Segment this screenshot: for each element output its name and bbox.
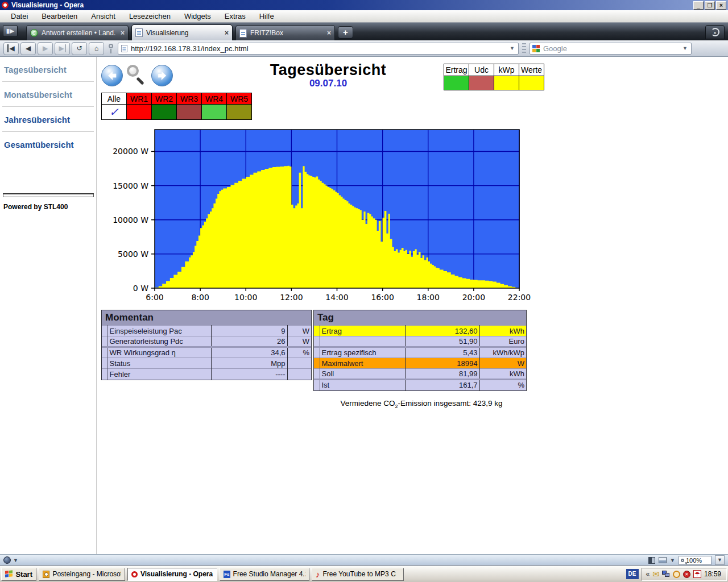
back-button[interactable]: ◀ (20, 42, 36, 55)
wr-cell-wr2[interactable] (152, 105, 177, 120)
task-visualisierung-opera[interactable]: Visualisierung - Opera (127, 568, 217, 581)
row-label: Einspeiseleistung Pac (107, 326, 211, 336)
werte-button[interactable]: Werte (519, 64, 544, 76)
row-value: 26 (211, 336, 287, 347)
menu-datei[interactable]: Datei (5, 11, 34, 22)
row-unit (287, 369, 311, 380)
address-dropdown-icon[interactable]: ▼ (508, 45, 516, 51)
table-row: WR Wirkungsgrad η 34,6 % (102, 347, 311, 358)
tab-visualisierung[interactable]: Visualisierung × (131, 24, 233, 40)
toolbar-grip[interactable] (522, 43, 526, 53)
menu-widgets[interactable]: Widgets (178, 11, 217, 22)
sidebar: Tagesübersicht Monatsübersicht Jahresübe… (0, 57, 97, 554)
menu-hilfe[interactable]: Hilfe (253, 11, 280, 22)
previous-day-button[interactable] (101, 65, 123, 86)
home-button[interactable]: ⌂ (89, 42, 104, 55)
udc-color-cell[interactable] (469, 76, 494, 90)
fit-to-width-icon[interactable] (648, 557, 655, 564)
go-to-start-button[interactable]: ◀ (3, 42, 19, 55)
row-value: 9 (211, 326, 287, 336)
row-unit: W (287, 326, 311, 336)
menu-lesezeichen[interactable]: Lesezeichen (123, 11, 177, 22)
tab-antwort-erstellen[interactable]: C Antwort erstellen • Land... × (26, 25, 129, 40)
url-text[interactable]: http://192.168.178.31/index_pc.html (131, 44, 506, 53)
menu-bearbeiten[interactable]: Bearbeiten (35, 11, 84, 22)
wr-header-wr1[interactable]: WR1 (127, 93, 152, 105)
kwp-button[interactable]: kWp (494, 64, 519, 76)
globe-icon[interactable] (3, 556, 11, 564)
tray-collapse-icon[interactable]: « (646, 570, 650, 578)
task-free-studio-manager[interactable]: Fs Free Studio Manager 4.2... (220, 568, 309, 581)
wr-header-wr2[interactable]: WR2 (152, 93, 177, 105)
outlook-icon (43, 571, 49, 578)
closed-tabs-button[interactable]: x (705, 25, 725, 39)
tab-close-icon[interactable]: × (121, 29, 125, 37)
status-bar: ▼ ▼ 100% ▼ (0, 554, 728, 566)
page-favicon-icon (239, 29, 247, 38)
address-field[interactable]: http://192.168.178.31/index_pc.html ▼ (118, 43, 519, 55)
tab-close-icon[interactable]: × (225, 29, 229, 37)
row-unit: W (479, 358, 526, 369)
restore-button[interactable]: ❐ (705, 1, 715, 10)
search-dropdown-icon[interactable]: ▼ (681, 45, 689, 51)
security-shield-icon[interactable]: ✕ (683, 571, 690, 578)
task-posteingang[interactable]: Posteingang - Microsoft ... (39, 568, 125, 581)
row-handle (314, 369, 320, 380)
calendar-zoom-button[interactable] (125, 64, 148, 87)
menu-ansicht[interactable]: Ansicht (85, 11, 122, 22)
kwp-color-cell[interactable] (494, 76, 519, 90)
minimize-button[interactable]: _ (693, 1, 704, 10)
globe-dropdown-icon[interactable]: ▼ (13, 558, 18, 563)
title-bar: Visualisierung - Opera _ ❐ × (0, 0, 728, 10)
menu-extras[interactable]: Extras (218, 11, 252, 22)
tab-close-icon[interactable]: × (327, 29, 331, 37)
sidebar-item-monatsuebersicht[interactable]: Monatsübersicht (0, 82, 96, 106)
images-dropdown-icon[interactable]: ▼ (670, 558, 675, 563)
zoom-value[interactable]: 100% (686, 557, 702, 564)
reload-button[interactable]: ↺ (72, 42, 87, 55)
forward-button[interactable]: ▶ (38, 42, 53, 55)
language-indicator[interactable]: DE (626, 569, 639, 579)
network-tray-icon[interactable] (662, 571, 670, 577)
opera-window: Visualisierung - Opera _ ❐ × Datei Bearb… (0, 0, 728, 582)
sidebar-item-gesamtuebersicht[interactable]: Gesamtübersicht (0, 132, 96, 156)
sidebar-item-jahresuebersicht[interactable]: Jahresübersicht (0, 107, 96, 131)
ertrag-button[interactable]: Ertrag (444, 64, 469, 76)
row-value: Mpp (211, 358, 287, 369)
zoom-dropdown-button[interactable]: ▼ (715, 555, 725, 565)
next-day-button[interactable] (151, 65, 173, 86)
wr-cell-wr4[interactable] (202, 105, 227, 120)
wr-cell-wr3[interactable] (177, 105, 202, 120)
wr-cell-alle[interactable]: ✓ (102, 105, 127, 120)
panels-toggle-button[interactable]: ▮▶ (3, 25, 18, 37)
wr-cell-wr1[interactable] (127, 105, 152, 120)
new-tab-button[interactable]: + (338, 26, 353, 39)
svg-text:6:00: 6:00 (146, 293, 163, 302)
wr-header-alle[interactable]: Alle (102, 93, 127, 105)
start-label: Start (15, 570, 32, 579)
images-toggle-icon[interactable] (659, 557, 667, 563)
close-button[interactable]: × (716, 1, 726, 10)
wr-header-wr3[interactable]: WR3 (177, 93, 202, 105)
wand-password-icon[interactable] (106, 42, 116, 55)
zoom-field[interactable]: 100% (679, 556, 712, 565)
tab-fritzbox[interactable]: FRITZ!Box × (235, 25, 335, 40)
row-unit: kWh/kWp (479, 347, 526, 358)
go-to-end-button[interactable]: ▶ (55, 42, 70, 55)
task-free-youtube-mp3[interactable]: ♪ Free YouTube to MP3 Co... (312, 568, 404, 581)
ertrag-color-cell[interactable] (444, 76, 469, 90)
row-value: 132,60 (405, 326, 479, 336)
werte-color-cell[interactable] (519, 76, 544, 90)
sidebar-item-tagesuebersicht[interactable]: Tagesübersicht (0, 57, 96, 81)
tray-clock[interactable]: 18:59 (704, 570, 722, 578)
udc-button[interactable]: Udc (469, 64, 494, 76)
avira-umbrella-icon[interactable]: ☂ (693, 570, 701, 578)
mail-tray-icon[interactable]: ✉ (652, 569, 659, 579)
clock-tray-icon[interactable] (673, 571, 680, 578)
wr-header-wr5[interactable]: WR5 (227, 93, 252, 105)
start-button[interactable]: Start (1, 568, 36, 581)
search-field[interactable]: Google ▼ (530, 43, 692, 55)
wr-cell-wr5[interactable] (227, 105, 252, 120)
search-placeholder[interactable]: Google (543, 44, 678, 53)
wr-header-wr4[interactable]: WR4 (202, 93, 227, 105)
